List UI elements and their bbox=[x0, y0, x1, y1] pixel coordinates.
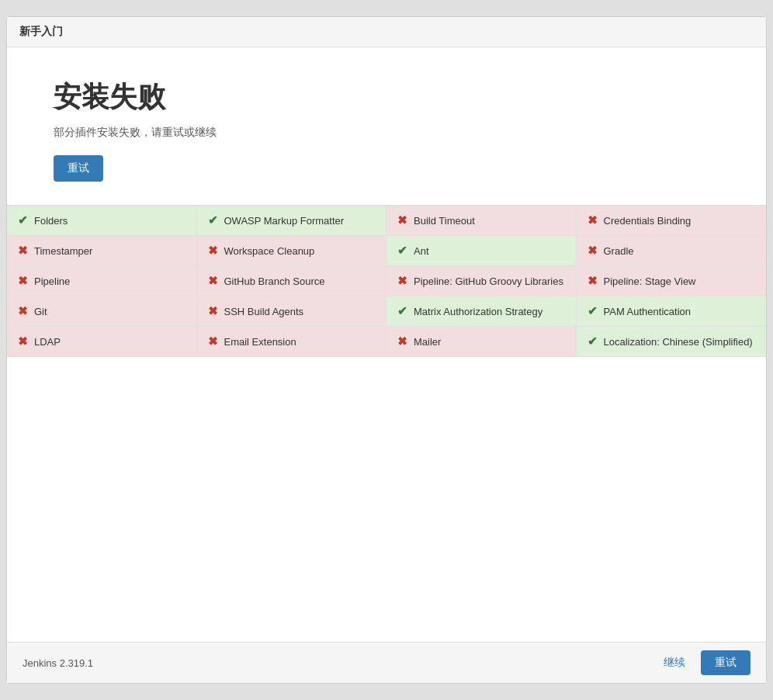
header-title: 新手入门 bbox=[19, 25, 63, 37]
plugin-name: Pipeline: Stage View bbox=[604, 275, 696, 287]
plugin-name: SSH Build Agents bbox=[224, 306, 304, 317]
plugin-cell: ✖Pipeline: GitHub Groovy Libraries bbox=[386, 266, 577, 296]
plugin-cell: ✔OWASP Markup Formatter bbox=[197, 206, 387, 236]
dialog-header: 新手入门 bbox=[7, 17, 766, 47]
plugin-cell: ✖Workspace Cleanup bbox=[197, 236, 387, 266]
hero-section: 安装失败 部分插件安装失败，请重试或继续 重试 bbox=[7, 47, 766, 205]
cross-icon: ✖ bbox=[208, 274, 218, 288]
main-dialog: 新手入门 安装失败 部分插件安装失败，请重试或继续 重试 ✔Folders✔OW… bbox=[6, 16, 767, 684]
plugin-name: Matrix Authorization Strategy bbox=[414, 306, 542, 317]
check-icon: ✔ bbox=[397, 244, 407, 258]
cross-icon: ✖ bbox=[208, 244, 218, 258]
plugin-cell: ✖Timestamper bbox=[7, 236, 197, 266]
cross-icon: ✖ bbox=[208, 304, 218, 318]
plugin-cell: ✔Ant bbox=[386, 236, 577, 266]
plugin-name: Pipeline: GitHub Groovy Libraries bbox=[414, 275, 563, 287]
cross-icon: ✖ bbox=[588, 244, 598, 258]
plugin-cell: ✔Folders bbox=[7, 206, 197, 236]
plugin-name: PAM Authentication bbox=[604, 306, 692, 317]
plugin-name: OWASP Markup Formatter bbox=[224, 215, 345, 227]
plugin-name: GitHub Branch Source bbox=[224, 275, 325, 287]
cross-icon: ✖ bbox=[18, 304, 28, 318]
plugin-name: Pipeline bbox=[34, 275, 70, 287]
cross-icon: ✖ bbox=[208, 334, 218, 348]
plugin-cell: ✔PAM Authentication bbox=[577, 296, 767, 327]
version-label: Jenkins 2.319.1 bbox=[23, 657, 93, 669]
plugin-cell: ✖Pipeline bbox=[7, 266, 197, 296]
plugin-name: Email Extension bbox=[224, 336, 296, 348]
cross-icon: ✖ bbox=[18, 274, 28, 288]
cross-icon: ✖ bbox=[18, 334, 28, 348]
dialog-body: 安装失败 部分插件安装失败，请重试或继续 重试 ✔Folders✔OWASP M… bbox=[7, 47, 766, 642]
plugin-cell: ✖Mailer bbox=[386, 327, 577, 357]
footer-actions: 继续 重试 bbox=[656, 650, 750, 675]
check-icon: ✔ bbox=[208, 213, 218, 227]
plugin-name: Timestamper bbox=[34, 245, 92, 257]
plugin-cell: ✖GitHub Branch Source bbox=[197, 266, 387, 296]
plugin-name: Ant bbox=[414, 245, 429, 257]
plugin-name: Localization: Chinese (Simplified) bbox=[604, 336, 753, 348]
plugins-grid: ✔Folders✔OWASP Markup Formatter✖Build Ti… bbox=[7, 205, 766, 357]
plugin-cell: ✔Localization: Chinese (Simplified) bbox=[577, 327, 767, 357]
plugin-cell: ✖Gradle bbox=[577, 236, 767, 266]
plugin-cell: ✔Matrix Authorization Strategy bbox=[386, 296, 577, 327]
continue-button[interactable]: 继续 bbox=[656, 650, 693, 675]
cross-icon: ✖ bbox=[397, 274, 407, 288]
plugin-cell: ✖SSH Build Agents bbox=[197, 296, 387, 327]
plugin-name: Folders bbox=[34, 215, 68, 227]
plugin-name: Git bbox=[34, 306, 47, 317]
check-icon: ✔ bbox=[588, 334, 598, 348]
cross-icon: ✖ bbox=[588, 213, 598, 227]
plugin-name: Workspace Cleanup bbox=[224, 245, 315, 257]
plugin-name: Mailer bbox=[414, 336, 441, 348]
plugin-cell: ✖Email Extension bbox=[197, 327, 387, 357]
footer-retry-button[interactable]: 重试 bbox=[701, 650, 750, 675]
cross-icon: ✖ bbox=[397, 213, 407, 227]
plugin-cell: ✖LDAP bbox=[7, 327, 197, 357]
check-icon: ✔ bbox=[588, 304, 598, 318]
cross-icon: ✖ bbox=[397, 334, 407, 348]
plugin-name: LDAP bbox=[34, 336, 61, 348]
plugin-name: Build Timeout bbox=[414, 215, 475, 227]
plugin-cell: ✖Credentials Binding bbox=[577, 206, 767, 236]
plugin-name: Gradle bbox=[604, 245, 634, 257]
plugin-cell: ✖Git bbox=[7, 296, 197, 327]
dialog-footer: Jenkins 2.319.1 继续 重试 bbox=[7, 642, 766, 683]
hero-title: 安装失败 bbox=[54, 78, 719, 116]
hero-subtitle: 部分插件安装失败，请重试或继续 bbox=[54, 126, 719, 140]
cross-icon: ✖ bbox=[588, 274, 598, 288]
check-icon: ✔ bbox=[397, 304, 407, 318]
cross-icon: ✖ bbox=[18, 244, 28, 258]
hero-retry-button[interactable]: 重试 bbox=[54, 155, 103, 182]
plugin-name: Credentials Binding bbox=[604, 215, 692, 227]
plugin-cell: ✖Pipeline: Stage View bbox=[577, 266, 767, 296]
plugin-cell: ✖Build Timeout bbox=[386, 206, 577, 236]
check-icon: ✔ bbox=[18, 213, 28, 227]
